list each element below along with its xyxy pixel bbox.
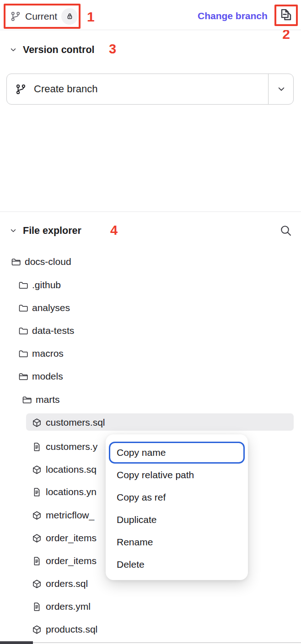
tree-row-label: order_items [46, 533, 97, 544]
version-control-title: Version control [23, 44, 95, 56]
chevron-down-icon [276, 84, 286, 94]
git-branch-icon [15, 84, 27, 95]
annotation-label-1: 1 [87, 9, 95, 25]
tree-row-products-sql[interactable]: products.sql [0, 618, 301, 641]
change-branch-link[interactable]: Change branch [198, 11, 268, 21]
tree-row-label: customers.sql [46, 417, 105, 428]
tree-row-github[interactable]: .github [0, 274, 301, 296]
tree-row-label: orders.sql [46, 578, 88, 589]
split-button-divider [268, 74, 269, 104]
tree-row-macros[interactable]: macros [0, 342, 301, 365]
folder-open-icon [18, 372, 28, 381]
chevron-down-icon [9, 46, 17, 54]
tree-row-label: customers.y [46, 441, 97, 452]
chevron-down-icon [9, 227, 17, 235]
menu-item-duplicate[interactable]: Duplicate [106, 508, 248, 531]
tree-row-label: docs-cloud [25, 256, 71, 267]
tree-row-label: order_items [46, 555, 97, 566]
tree-row-docs-cloud[interactable]: docs-cloud [0, 250, 301, 273]
context-menu: Copy name Copy relative path Copy as ref… [106, 434, 248, 580]
tree-row-label: orders.yml [46, 601, 91, 612]
version-control-header[interactable]: Version control [0, 38, 301, 61]
yaml-file-icon [32, 487, 42, 497]
duplicate-files-button[interactable] [279, 8, 293, 22]
tree-row-marts[interactable]: marts [0, 388, 301, 411]
topbar-divider [0, 30, 301, 30]
bottom-edge-light [33, 642, 301, 643]
tree-row-label: products.sql [46, 624, 97, 635]
annotation-box-2 [274, 5, 298, 26]
tree-row-label: metricflow_ [46, 510, 94, 521]
tree-row-label: macros [32, 348, 64, 359]
menu-item-copy-name[interactable]: Copy name [109, 442, 245, 464]
tree-row-customers-sql[interactable]: customers.sql [0, 411, 301, 434]
folder-open-icon [22, 395, 32, 405]
tree-row-label: analyses [32, 302, 70, 313]
annotation-label-3: 3 [109, 42, 116, 57]
current-branch-chip[interactable]: Current [5, 8, 79, 25]
search-icon [280, 224, 292, 237]
git-branch-icon [10, 11, 21, 22]
section-divider [0, 211, 301, 212]
ide-left-sidebar: Current 1 Change branch 2 Version contro… [0, 0, 301, 644]
create-branch-button[interactable]: Create branch [6, 74, 294, 105]
menu-item-copy-relative-path[interactable]: Copy relative path [106, 464, 248, 486]
model-cube-icon [32, 418, 42, 428]
lock-icon [65, 12, 74, 21]
folder-icon [18, 303, 28, 313]
model-cube-icon [32, 533, 42, 543]
tree-row-label: data-tests [32, 325, 74, 336]
model-cube-icon [32, 625, 42, 634]
yaml-file-icon [32, 442, 42, 452]
folder-icon [18, 349, 28, 359]
branch-lock-badge [61, 8, 78, 25]
model-cube-icon [32, 465, 42, 475]
yaml-file-icon [32, 556, 42, 566]
tree-row-analyses[interactable]: analyses [0, 296, 301, 319]
tree-row-label: locations.yn [46, 486, 97, 497]
tree-row-label: marts [36, 394, 60, 405]
tree-row-label: .github [32, 280, 61, 290]
folder-open-icon [11, 257, 21, 267]
tree-row-label: locations.sq [46, 464, 97, 475]
file-search-button[interactable] [280, 224, 292, 237]
file-explorer-header[interactable]: File explorer [0, 219, 301, 242]
model-cube-icon [32, 579, 42, 589]
tree-row-label: models [32, 371, 63, 382]
menu-item-delete[interactable]: Delete [106, 553, 248, 575]
folder-icon [18, 326, 28, 336]
menu-item-rename[interactable]: Rename [106, 531, 248, 553]
menu-item-copy-as-ref[interactable]: Copy as ref [106, 486, 248, 508]
tree-row-orders-yml[interactable]: orders.yml [0, 595, 301, 618]
annotation-box-1: Current [4, 4, 81, 29]
bottom-edge-dark [0, 641, 33, 644]
model-cube-icon [32, 511, 42, 520]
tree-row-models[interactable]: models [0, 365, 301, 388]
duplicate-files-icon [279, 8, 293, 22]
create-branch-label: Create branch [34, 83, 97, 95]
yaml-file-icon [32, 602, 42, 612]
branch-options-toggle[interactable] [276, 84, 286, 94]
annotation-label-4: 4 [110, 223, 118, 238]
tree-row-data-tests[interactable]: data-tests [0, 319, 301, 342]
folder-icon [18, 280, 28, 290]
current-branch-label: Current [25, 11, 57, 22]
file-explorer-title: File explorer [23, 225, 81, 237]
